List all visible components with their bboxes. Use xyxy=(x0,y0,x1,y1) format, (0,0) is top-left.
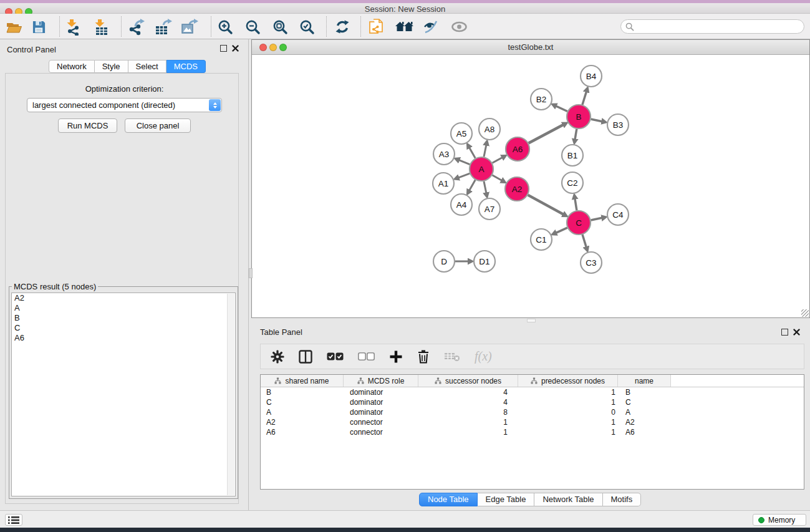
edge-A-A4[interactable] xyxy=(470,180,476,190)
cell-successor-nodes[interactable]: 4 xyxy=(418,398,518,407)
float-table-panel-icon[interactable] xyxy=(781,329,788,336)
tab-mcds[interactable]: MCDS xyxy=(166,60,206,73)
home-icon[interactable] xyxy=(393,18,415,36)
cell-successor-nodes[interactable]: 4 xyxy=(418,388,518,397)
close-panel-icon[interactable] xyxy=(232,45,239,52)
table-row[interactable]: A6connector11A6 xyxy=(261,427,804,437)
search-input[interactable] xyxy=(637,21,804,32)
mcds-result-item[interactable]: A6 xyxy=(12,333,235,343)
cell-mcds-role[interactable]: connector xyxy=(344,418,418,427)
close-table-panel-icon[interactable] xyxy=(793,329,800,336)
cell-successor-nodes[interactable]: 8 xyxy=(418,408,518,417)
edge-A2-C[interactable] xyxy=(528,195,564,215)
edge-C-C3[interactable] xyxy=(582,235,586,247)
mcds-result-item[interactable]: C xyxy=(12,323,235,333)
network-window-titlebar[interactable]: testGlobe.txt xyxy=(252,40,809,55)
zoom-in-icon[interactable] xyxy=(215,18,236,36)
cell-mcds-role[interactable]: dominator xyxy=(344,398,418,407)
mcds-result-item[interactable]: A xyxy=(12,303,235,313)
delete-table-icon[interactable] xyxy=(444,352,460,362)
cell-name[interactable]: A2 xyxy=(618,418,671,427)
edge-C-C1[interactable] xyxy=(556,228,567,233)
table-row[interactable]: Cdominator41C xyxy=(261,397,804,407)
new-network-from-file-icon[interactable] xyxy=(367,18,388,36)
cell-predecessor-nodes[interactable]: 1 xyxy=(518,398,618,407)
horizontal-splitter-handle[interactable] xyxy=(527,319,536,322)
column-header-successor-nodes[interactable]: successor nodes xyxy=(418,375,518,387)
cell-shared-name[interactable]: A6 xyxy=(261,428,344,437)
add-column-icon[interactable] xyxy=(389,350,403,364)
table-row[interactable]: Bdominator41B xyxy=(261,387,804,397)
column-header-name[interactable]: name xyxy=(618,375,671,387)
show-columns-icon[interactable] xyxy=(299,350,312,364)
show-hide-panels-icon[interactable] xyxy=(448,18,470,36)
cell-mcds-role[interactable]: dominator xyxy=(344,388,418,397)
network-graph[interactable]: AA1A2A3A4A5A6A7A8BB1B2B3B4CC1C2C3C4DD1 xyxy=(252,56,809,317)
table-header-row[interactable]: shared nameMCDS rolesuccessor nodesprede… xyxy=(261,375,804,387)
cell-successor-nodes[interactable]: 1 xyxy=(418,418,518,427)
task-history-button[interactable] xyxy=(5,514,22,526)
mcds-result-item[interactable]: B xyxy=(12,313,235,323)
network-canvas[interactable]: AA1A2A3A4A5A6A7A8BB1B2B3B4CC1C2C3C4DD1 xyxy=(252,56,809,317)
cell-mcds-role[interactable]: dominator xyxy=(344,408,418,417)
window-resize-grip[interactable] xyxy=(801,309,809,317)
mcds-result-list[interactable]: A2ABCA6 xyxy=(11,293,236,496)
zoom-out-icon[interactable] xyxy=(242,18,263,36)
table-settings-gear-icon[interactable] xyxy=(271,350,284,364)
function-builder-icon[interactable]: f(x) xyxy=(475,349,492,364)
close-panel-button[interactable]: Close panel xyxy=(125,118,191,133)
mcds-result-item[interactable]: A2 xyxy=(12,293,235,303)
vertical-splitter-handle[interactable] xyxy=(249,268,253,278)
criterion-dropdown[interactable]: largest connected component (directed) xyxy=(27,98,222,112)
cell-name[interactable]: B xyxy=(618,388,671,397)
export-table-icon[interactable] xyxy=(153,18,174,36)
tab-node-table[interactable]: Node Table xyxy=(419,493,478,506)
float-panel-icon[interactable] xyxy=(220,45,227,52)
tab-style[interactable]: Style xyxy=(95,60,128,73)
tab-network[interactable]: Network xyxy=(49,60,95,73)
cell-predecessor-nodes[interactable]: 1 xyxy=(518,428,618,437)
cell-name[interactable]: A xyxy=(618,408,671,417)
memory-button[interactable]: Memory xyxy=(753,514,806,526)
export-image-icon[interactable] xyxy=(179,18,200,36)
edge-B-B2[interactable] xyxy=(556,106,567,112)
save-session-icon[interactable] xyxy=(28,18,49,36)
column-header-mcds-role[interactable]: MCDS role xyxy=(344,375,418,387)
cell-predecessor-nodes[interactable]: 0 xyxy=(518,408,618,417)
cell-predecessor-nodes[interactable]: 1 xyxy=(518,388,618,397)
select-all-rows-icon[interactable] xyxy=(327,352,344,360)
column-header-predecessor-nodes[interactable]: predecessor nodes xyxy=(518,375,618,387)
edge-B-B3[interactable] xyxy=(591,119,602,122)
tab-motifs[interactable]: Motifs xyxy=(603,493,642,506)
table-row[interactable]: A2connector11A2 xyxy=(261,417,804,427)
deselect-all-rows-icon[interactable] xyxy=(358,352,375,360)
open-session-icon[interactable] xyxy=(3,18,24,36)
cell-successor-nodes[interactable]: 1 xyxy=(418,428,518,437)
cell-shared-name[interactable]: B xyxy=(261,388,344,397)
edge-A-A1[interactable] xyxy=(458,173,470,178)
zoom-fit-icon[interactable] xyxy=(269,18,291,36)
cell-name[interactable]: A6 xyxy=(618,428,671,437)
zoom-selected-icon[interactable] xyxy=(296,18,317,36)
delete-column-trash-icon[interactable] xyxy=(417,349,430,364)
cell-mcds-role[interactable]: connector xyxy=(344,428,418,437)
table-row[interactable]: Adominator80A xyxy=(261,407,804,417)
edge-A-A6[interactable] xyxy=(493,158,503,163)
cell-predecessor-nodes[interactable]: 1 xyxy=(518,418,618,427)
edge-B-B1[interactable] xyxy=(575,129,577,140)
edge-A6-B[interactable] xyxy=(529,125,564,143)
tab-network-table[interactable]: Network Table xyxy=(534,493,602,506)
run-mcds-button[interactable]: Run MCDS xyxy=(58,118,117,133)
tab-select[interactable]: Select xyxy=(128,60,166,73)
edge-B-B4[interactable] xyxy=(582,92,587,105)
import-network-icon[interactable] xyxy=(63,18,84,36)
edge-A-A7[interactable] xyxy=(484,181,486,193)
cell-name[interactable]: C xyxy=(618,398,671,407)
edge-C-C4[interactable] xyxy=(591,218,602,220)
node-table[interactable]: shared nameMCDS rolesuccessor nodesprede… xyxy=(260,374,804,490)
style-preview-icon[interactable] xyxy=(420,18,441,36)
export-network-icon[interactable] xyxy=(125,18,147,36)
edge-A-A2[interactable] xyxy=(492,175,501,181)
edge-A-A5[interactable] xyxy=(470,148,476,158)
edge-A-A8[interactable] xyxy=(484,145,486,157)
